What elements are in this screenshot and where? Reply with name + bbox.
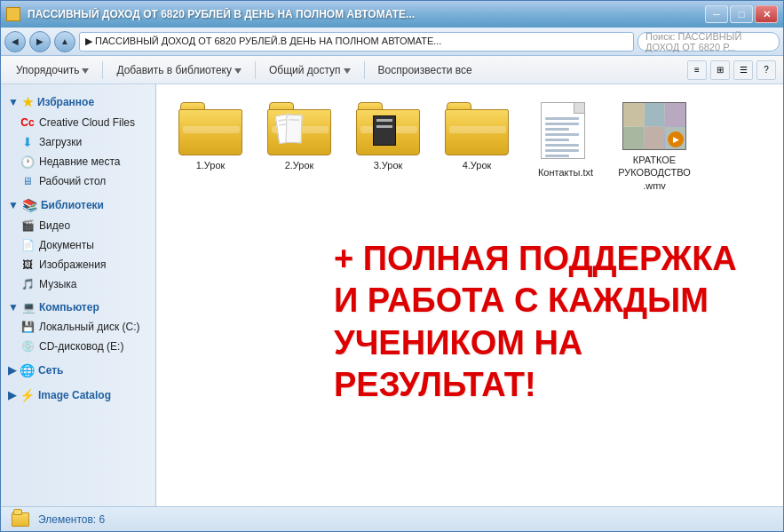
back-button[interactable]: ◀ bbox=[4, 31, 26, 52]
view-list-button[interactable]: ≡ bbox=[687, 60, 707, 80]
sidebar-header-computer[interactable]: ▼ 💻 Компьютер bbox=[1, 298, 155, 317]
overlay-line-2: И РАБОТА С КАЖДЫМ bbox=[334, 280, 709, 322]
add-library-arrow bbox=[234, 64, 242, 76]
computer-label: Компьютер bbox=[39, 301, 99, 314]
file-item-4urок[interactable]: 4.Урок bbox=[437, 99, 517, 195]
sidebar-header-libraries[interactable]: ▼ 📚 Библиотеки bbox=[1, 195, 155, 216]
sidebar-item-music[interactable]: 🎵 Музыка bbox=[1, 274, 155, 294]
toolbar-separator-1 bbox=[102, 61, 103, 79]
play-icon: ▶ bbox=[668, 131, 684, 147]
folder-icon-1 bbox=[178, 102, 242, 155]
libraries-icon: 📚 bbox=[22, 198, 37, 212]
computer-icon: 💻 bbox=[22, 301, 36, 314]
play-all-button[interactable]: Воспроизвести все bbox=[370, 60, 480, 80]
view-grid-button[interactable]: ⊞ bbox=[710, 60, 730, 80]
forward-button[interactable]: ▶ bbox=[29, 31, 51, 52]
sidebar-desktop-label: Рабочий стол bbox=[39, 175, 106, 187]
sidebar-recent-label: Недавние места bbox=[39, 155, 120, 168]
sidebar-header-network[interactable]: ▶ 🌐 Сеть bbox=[1, 360, 155, 381]
file-item-1urок[interactable]: 1.Урок bbox=[170, 99, 250, 195]
libraries-label: Библиотеки bbox=[41, 199, 104, 211]
maximize-button[interactable]: □ bbox=[730, 5, 753, 23]
file-item-contacts[interactable]: Контакты.txt bbox=[526, 99, 606, 195]
catalog-icon: ⚡ bbox=[20, 388, 35, 402]
video-thumbnail: ▶ bbox=[622, 102, 686, 150]
search-placeholder: Поиск: ПАССИВНЫЙ ДОХОД ОТ 6820 Р... bbox=[645, 31, 772, 52]
organize-label: Упорядочить bbox=[16, 64, 79, 76]
folder-icon-title bbox=[6, 7, 20, 21]
sidebar-section-favorites: ▼ ★ Избранное Cc Creative Cloud Files ⬇ … bbox=[1, 91, 155, 191]
sidebar-header-favorites[interactable]: ▼ ★ Избранное bbox=[1, 91, 155, 113]
sidebar: ▼ ★ Избранное Cc Creative Cloud Files ⬇ … bbox=[1, 84, 156, 506]
images-icon: 🖼 bbox=[20, 258, 35, 272]
sidebar-header-catalog[interactable]: ▶ ⚡ Image Catalog bbox=[1, 385, 155, 406]
file-label-contacts: Контакты.txt bbox=[538, 166, 593, 179]
title-bar-buttons: ─ □ ✕ bbox=[705, 5, 778, 23]
video-library-icon: 🎬 bbox=[20, 218, 35, 233]
documents-icon: 📄 bbox=[20, 238, 35, 252]
file-label-4urок: 4.Урок bbox=[463, 159, 492, 171]
search-field[interactable]: Поиск: ПАССИВНЫЙ ДОХОД ОТ 6820 Р... bbox=[637, 32, 780, 52]
share-arrow bbox=[344, 64, 351, 76]
desktop-icon: 🖥 bbox=[20, 174, 35, 188]
cc-icon: Cc bbox=[20, 115, 35, 130]
download-icon: ⬇ bbox=[20, 135, 35, 149]
status-items-count: Элементов: 6 bbox=[38, 513, 105, 526]
sidebar-section-catalog: ▶ ⚡ Image Catalog bbox=[1, 385, 155, 406]
sidebar-music-label: Музыка bbox=[39, 278, 76, 290]
favorites-label: Избранное bbox=[37, 96, 94, 108]
file-item-2urок[interactable]: 2.Урок bbox=[259, 99, 339, 195]
network-label: Сеть bbox=[38, 364, 63, 377]
share-label: Общий доступ bbox=[269, 64, 341, 76]
sidebar-item-c-drive[interactable]: 💾 Локальный диск (C:) bbox=[1, 317, 155, 337]
file-item-3urок[interactable]: 3.Урок bbox=[348, 99, 428, 195]
organize-arrow bbox=[82, 64, 89, 76]
view-details-button[interactable]: ☰ bbox=[733, 60, 753, 80]
toolbar-right: ≡ ⊞ ☰ ? bbox=[687, 60, 776, 80]
file-label-3urок: 3.Урок bbox=[374, 159, 403, 171]
recent-icon: 🕐 bbox=[20, 155, 35, 169]
help-button[interactable]: ? bbox=[756, 60, 776, 80]
sidebar-c-drive-label: Локальный диск (C:) bbox=[39, 321, 140, 333]
up-button[interactable]: ▲ bbox=[54, 31, 75, 52]
window-title: ПАССИВНЫЙ ДОХОД ОТ 6820 РУБЛЕЙ В ДЕНЬ НА… bbox=[28, 8, 415, 20]
share-button[interactable]: Общий доступ bbox=[261, 60, 359, 80]
network-arrow: ▶ bbox=[8, 364, 16, 377]
files-grid: 1.Урок 2.Урок bbox=[156, 84, 783, 210]
sidebar-images-label: Изображения bbox=[39, 258, 106, 271]
folder-icon-4 bbox=[445, 102, 509, 155]
network-icon: 🌐 bbox=[20, 363, 35, 377]
sidebar-section-libraries: ▼ 📚 Библиотеки 🎬 Видео 📄 Документы 🖼 Изо… bbox=[1, 195, 155, 294]
sidebar-item-video[interactable]: 🎬 Видео bbox=[1, 216, 155, 235]
minimize-button[interactable]: ─ bbox=[705, 5, 728, 23]
address-field[interactable]: ▶ ПАССИВНЫЙ ДОХОД ОТ 6820 РУБЛЕЙ.В ДЕНЬ … bbox=[79, 32, 634, 52]
status-folder-icon bbox=[12, 512, 29, 527]
sidebar-item-downloads[interactable]: ⬇ Загрузки bbox=[1, 132, 155, 152]
document-icon bbox=[541, 102, 590, 163]
sidebar-item-creative-cloud[interactable]: Cc Creative Cloud Files bbox=[1, 113, 155, 132]
sidebar-downloads-label: Загрузки bbox=[39, 136, 82, 148]
address-text: ▶ ПАССИВНЫЙ ДОХОД ОТ 6820 РУБЛЕЙ.В ДЕНЬ … bbox=[85, 36, 441, 47]
sidebar-item-desktop[interactable]: 🖥 Рабочий стол bbox=[1, 171, 155, 191]
sidebar-item-cd-drive[interactable]: 💿 CD-дисковод (E:) bbox=[1, 337, 155, 356]
window: ПАССИВНЫЙ ДОХОД ОТ 6820 РУБЛЕЙ В ДЕНЬ НА… bbox=[0, 0, 784, 532]
add-library-button[interactable]: Добавить в библиотеку bbox=[108, 60, 249, 80]
close-button[interactable]: ✕ bbox=[755, 5, 778, 23]
sidebar-section-network: ▶ 🌐 Сеть bbox=[1, 360, 155, 381]
file-item-video[interactable]: ▶ КРАТКОЕ РУКОВОДСТВО.wmv bbox=[614, 99, 694, 195]
main-content: ▼ ★ Избранное Cc Creative Cloud Files ⬇ … bbox=[1, 84, 783, 506]
sidebar-creative-cloud-label: Creative Cloud Files bbox=[39, 116, 135, 129]
add-library-label: Добавить в библиотеку bbox=[116, 64, 232, 76]
cd-drive-icon: 💿 bbox=[20, 339, 35, 353]
organize-button[interactable]: Упорядочить bbox=[8, 60, 97, 80]
computer-collapse-arrow: ▼ bbox=[8, 301, 19, 314]
sidebar-item-images[interactable]: 🖼 Изображения bbox=[1, 255, 155, 274]
file-label-1urок: 1.Урок bbox=[196, 159, 226, 171]
folder-icon-2 bbox=[267, 102, 331, 155]
sidebar-item-recent[interactable]: 🕐 Недавние места bbox=[1, 152, 155, 171]
status-bar: Элементов: 6 bbox=[1, 506, 783, 531]
sidebar-cd-drive-label: CD-дисковод (E:) bbox=[39, 340, 123, 353]
overlay-line-1: + ПОЛНАЯ ПОДДЕРЖКА bbox=[334, 238, 737, 281]
file-label-2urок: 2.Урок bbox=[285, 159, 314, 171]
sidebar-item-documents[interactable]: 📄 Документы bbox=[1, 235, 155, 255]
